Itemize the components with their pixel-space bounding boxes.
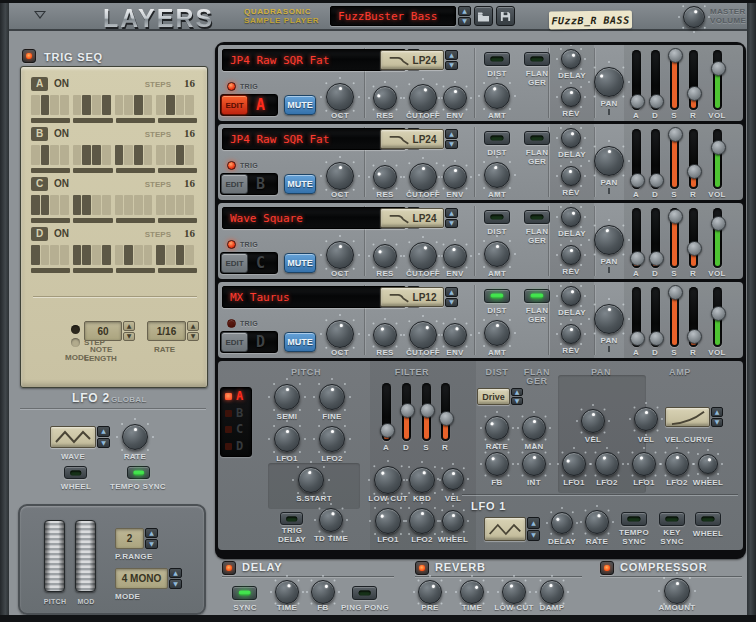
seq-step[interactable] bbox=[185, 195, 194, 215]
delay-send-knob[interactable] bbox=[561, 207, 581, 227]
seq-step[interactable] bbox=[41, 195, 50, 215]
reverb-enable-button[interactable] bbox=[415, 561, 429, 575]
oct-knob[interactable] bbox=[326, 320, 354, 348]
seq-step[interactable] bbox=[185, 95, 194, 115]
seq-step[interactable] bbox=[82, 195, 91, 215]
seq-step[interactable] bbox=[134, 195, 143, 215]
note-length-value[interactable]: 60 bbox=[84, 321, 122, 341]
amt-knob[interactable] bbox=[484, 83, 510, 109]
delay-time-knob[interactable] bbox=[275, 580, 299, 604]
sample-start-knob[interactable] bbox=[298, 467, 324, 493]
pan-knob[interactable] bbox=[594, 304, 624, 334]
seq-step[interactable] bbox=[60, 195, 69, 215]
attack-slider[interactable] bbox=[632, 287, 641, 347]
seq-step[interactable] bbox=[144, 145, 153, 165]
reverb-lowcut-knob[interactable] bbox=[502, 580, 526, 604]
mute-button[interactable]: MUTE bbox=[284, 253, 316, 273]
filter-attack-slider[interactable] bbox=[382, 383, 391, 441]
attack-slider[interactable] bbox=[632, 129, 641, 189]
seq-step[interactable] bbox=[124, 145, 133, 165]
pitch-lfo2-knob[interactable] bbox=[319, 426, 345, 452]
mute-button[interactable]: MUTE bbox=[284, 332, 316, 352]
env-knob[interactable] bbox=[443, 244, 467, 268]
pitch-lfo1-knob[interactable] bbox=[274, 426, 300, 452]
filter-type-display[interactable]: LP24 bbox=[380, 129, 444, 149]
release-slider[interactable] bbox=[689, 50, 698, 110]
layer-select-a[interactable]: A bbox=[221, 388, 251, 405]
filter-vel-knob[interactable] bbox=[442, 468, 464, 490]
patch-up-icon[interactable] bbox=[458, 6, 471, 16]
amt-knob[interactable] bbox=[484, 320, 510, 346]
seq-step[interactable] bbox=[185, 145, 194, 165]
edit-button[interactable]: EDIT bbox=[221, 174, 248, 194]
seq-step[interactable] bbox=[31, 145, 40, 165]
cutoff-knob[interactable] bbox=[409, 163, 437, 191]
mute-button[interactable]: MUTE bbox=[284, 95, 316, 115]
seq-step[interactable] bbox=[176, 95, 185, 115]
seq-step[interactable] bbox=[124, 95, 133, 115]
amp-wheel-knob[interactable] bbox=[698, 454, 718, 474]
seq-step[interactable] bbox=[176, 195, 185, 215]
reverb-send-knob[interactable] bbox=[561, 324, 581, 344]
reverb-damp-knob[interactable] bbox=[540, 580, 564, 604]
mod-wheel[interactable] bbox=[75, 520, 96, 592]
polymode-value[interactable]: 4 MONO bbox=[115, 568, 168, 589]
res-knob[interactable] bbox=[373, 86, 397, 110]
res-knob[interactable] bbox=[373, 165, 397, 189]
seq-steps-count[interactable]: 16 bbox=[184, 227, 195, 239]
seq-step[interactable] bbox=[73, 145, 82, 165]
seq-row-state[interactable]: ON bbox=[54, 178, 69, 189]
delay-sync-button[interactable] bbox=[232, 586, 257, 600]
seq-step[interactable] bbox=[102, 145, 111, 165]
lfo1-wheel-button[interactable] bbox=[695, 512, 721, 526]
dist-button[interactable] bbox=[484, 210, 510, 224]
lfo1-rate-knob[interactable] bbox=[585, 510, 609, 534]
env-knob[interactable] bbox=[443, 323, 467, 347]
release-slider[interactable] bbox=[689, 129, 698, 189]
sustain-slider[interactable] bbox=[670, 50, 679, 110]
seq-step[interactable] bbox=[92, 195, 101, 215]
sustain-slider[interactable] bbox=[670, 287, 679, 347]
filter-type-spinner[interactable] bbox=[445, 287, 458, 307]
amp-vel-knob[interactable] bbox=[634, 407, 658, 431]
lfo1-delay-knob[interactable] bbox=[551, 512, 573, 534]
seq-step[interactable] bbox=[82, 95, 91, 115]
lfo2-wave-spinner[interactable] bbox=[97, 426, 110, 448]
filter-type-display[interactable]: LP12 bbox=[380, 287, 444, 307]
amt-knob[interactable] bbox=[484, 241, 510, 267]
reverb-send-knob[interactable] bbox=[561, 166, 581, 186]
seq-step[interactable] bbox=[41, 245, 50, 265]
pan-knob[interactable] bbox=[594, 67, 624, 97]
oct-knob[interactable] bbox=[326, 162, 354, 190]
flanger-man-knob[interactable] bbox=[522, 416, 546, 440]
filter-release-slider[interactable] bbox=[441, 383, 450, 441]
filter-kbd-knob[interactable] bbox=[409, 467, 435, 493]
filter-lfo2-knob[interactable] bbox=[409, 508, 435, 534]
filter-type-spinner[interactable] bbox=[445, 208, 458, 228]
seq-step[interactable] bbox=[166, 145, 175, 165]
pan-knob[interactable] bbox=[594, 225, 624, 255]
seq-step[interactable] bbox=[31, 245, 40, 265]
oct-knob[interactable] bbox=[326, 241, 354, 269]
seq-step[interactable] bbox=[73, 245, 82, 265]
volume-slider[interactable] bbox=[713, 208, 722, 268]
filter-decay-slider[interactable] bbox=[402, 383, 411, 441]
pitch-semi-knob[interactable] bbox=[274, 384, 300, 410]
res-knob[interactable] bbox=[373, 323, 397, 347]
lfo2-rate-knob[interactable] bbox=[122, 424, 148, 450]
lfo1-key-sync-button[interactable] bbox=[659, 512, 685, 526]
edit-button[interactable]: EDIT bbox=[221, 332, 248, 352]
flanger-int-knob[interactable] bbox=[522, 452, 546, 476]
patch-name-display[interactable]: FuzzBuster Bass bbox=[330, 6, 456, 26]
pitch-fine-knob[interactable] bbox=[319, 384, 345, 410]
seq-step[interactable] bbox=[134, 245, 143, 265]
patch-down-icon[interactable] bbox=[458, 17, 471, 27]
seq-step[interactable] bbox=[50, 95, 59, 115]
volume-slider[interactable] bbox=[713, 129, 722, 189]
reverb-send-knob[interactable] bbox=[561, 245, 581, 265]
pan-vel-knob[interactable] bbox=[581, 409, 605, 433]
cutoff-knob[interactable] bbox=[409, 242, 437, 270]
pan-lfo2-knob[interactable] bbox=[595, 452, 619, 476]
prange-spinner[interactable] bbox=[145, 528, 158, 549]
seq-step[interactable] bbox=[166, 95, 175, 115]
